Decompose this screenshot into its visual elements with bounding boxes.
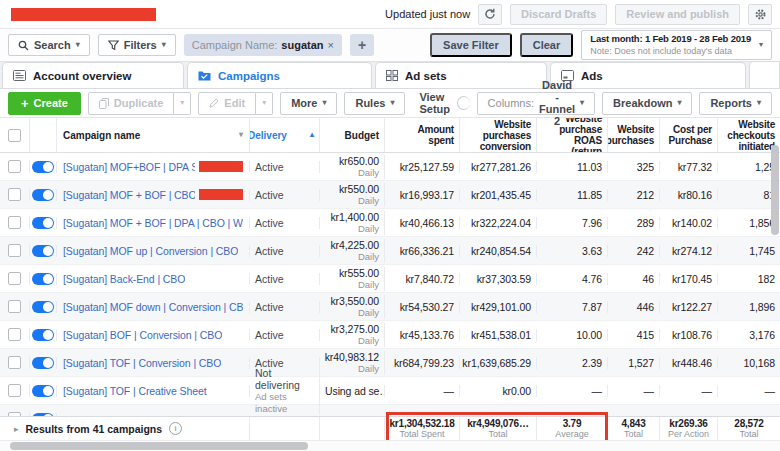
campaign-toggle[interactable] bbox=[32, 245, 54, 257]
duplicate-button[interactable]: Duplicate bbox=[88, 92, 175, 115]
budget-cell: kr550.00 Daily bbox=[320, 183, 385, 207]
create-label: Create bbox=[34, 97, 68, 109]
campaign-name-link[interactable]: [Sugatan] MOF + BOF | CBO | DPA UGC | bbox=[63, 189, 195, 201]
campaign-name-cell: [Sugatan] MOF up | Conversion | CBO bbox=[57, 245, 250, 257]
columns-dropdown[interactable]: Columns: David - Funnel 2 ▾ bbox=[477, 92, 596, 115]
tab-partial[interactable] bbox=[749, 61, 780, 88]
sort-caret-icon[interactable]: ▴ bbox=[310, 131, 314, 139]
settings-button[interactable] bbox=[748, 4, 772, 25]
select-all-checkbox[interactable] bbox=[8, 129, 21, 142]
campaign-name-link[interactable]: [Sugatan] Back-End | CBO bbox=[63, 273, 185, 285]
more-dropdown[interactable]: More ▾ bbox=[280, 92, 337, 115]
summary-value: 28,572 bbox=[734, 418, 763, 429]
budget-value: Using ad se… bbox=[325, 385, 385, 397]
duplicate-menu-button[interactable]: ▾ bbox=[174, 92, 191, 115]
row-checkbox[interactable] bbox=[8, 384, 21, 397]
header-website-purchases[interactable]: Website purchases bbox=[608, 118, 660, 152]
table-row: [Sugatan] MOF up | Conversion | CBO Acti… bbox=[0, 237, 780, 265]
vertical-scrollbar[interactable] bbox=[771, 145, 779, 235]
results-summary[interactable]: ▸ Results from 41 campaigns i bbox=[0, 417, 250, 440]
campaign-toggle[interactable] bbox=[32, 189, 54, 201]
filters-dropdown[interactable]: Filters ▾ bbox=[98, 34, 176, 56]
purchases-conversion-cell: kr1,639,685.29 bbox=[460, 357, 537, 369]
tab-label: Ads bbox=[581, 70, 603, 82]
view-setup-toggle[interactable] bbox=[457, 96, 470, 110]
header-purchases-conversion[interactable]: Website purchases conversion bbox=[460, 118, 537, 152]
row-checkbox[interactable] bbox=[8, 216, 21, 229]
column-label: Cost per Purchase bbox=[669, 124, 712, 146]
campaign-toggle[interactable] bbox=[32, 217, 54, 229]
row-checkbox-cell bbox=[0, 216, 30, 229]
delivery-status: Active bbox=[255, 217, 284, 229]
header-amount-spent[interactable]: Amount spent bbox=[385, 118, 460, 152]
row-checkbox-cell bbox=[0, 328, 30, 341]
tab-account-overview[interactable]: Account overview bbox=[2, 62, 184, 88]
reports-dropdown[interactable]: Reports ▾ bbox=[699, 92, 772, 115]
budget-cell: kr555.00 Daily bbox=[320, 267, 385, 291]
edit-menu-button[interactable]: ▾ bbox=[256, 92, 273, 115]
campaign-name-link[interactable]: [Sugatan] BOF | Conversion | CBO bbox=[63, 329, 222, 341]
campaign-name-link[interactable]: [Sugatan] TOF | Creative Sheet bbox=[63, 385, 207, 397]
budget-cell: kr4,225.00 Daily bbox=[320, 239, 385, 263]
campaign-toggle[interactable] bbox=[32, 161, 54, 173]
horizontal-scrollbar[interactable] bbox=[10, 442, 308, 450]
sort-caret-icon[interactable]: ▾ bbox=[239, 131, 243, 139]
campaign-toggle[interactable] bbox=[32, 385, 54, 397]
header-purchase-roas[interactable]: Website purchase ROAS (return bbox=[537, 118, 608, 152]
campaign-name-link[interactable]: [Sugatan] TOF | Conversion | CBO bbox=[63, 357, 221, 369]
campaign-toggle[interactable] bbox=[32, 273, 54, 285]
header-toggle-cell bbox=[30, 118, 57, 152]
campaign-name-link[interactable]: [Sugatan] MOF up | Conversion | CBO bbox=[63, 245, 238, 257]
campaign-name-link[interactable]: [Sugatan] MOF+BOF | DPA Studio | CBO | bbox=[63, 161, 195, 173]
chevron-down-icon: ▾ bbox=[580, 99, 584, 107]
budget-type: Daily bbox=[358, 363, 379, 375]
budget-cell: kr3,275.00 Daily bbox=[320, 323, 385, 347]
tab-campaigns[interactable]: Campaigns bbox=[187, 62, 372, 88]
row-checkbox[interactable] bbox=[8, 300, 21, 313]
edit-button[interactable]: Edit bbox=[198, 92, 256, 115]
breakdown-dropdown[interactable]: Breakdown ▾ bbox=[602, 92, 692, 115]
top-bar: Updated just now Discard Drafts Review a… bbox=[0, 0, 780, 29]
header-campaign-name[interactable]: Campaign name ▾ bbox=[57, 118, 250, 152]
filter-chip[interactable]: Campaign Name: sugatan × bbox=[184, 34, 342, 56]
column-label: Budget bbox=[345, 130, 379, 141]
row-checkbox[interactable] bbox=[8, 328, 21, 341]
delivery-cell: Active bbox=[250, 161, 320, 173]
review-publish-button[interactable]: Review and publish bbox=[615, 4, 740, 25]
create-button[interactable]: + Create bbox=[8, 92, 81, 115]
clear-filter-button[interactable]: Clear bbox=[520, 33, 574, 57]
header-cost-per-purchase[interactable]: Cost per Purchase bbox=[660, 118, 718, 152]
header-delivery[interactable]: Delivery ▴ bbox=[250, 118, 320, 152]
info-icon[interactable]: i bbox=[169, 422, 182, 435]
search-dropdown[interactable]: Search ▾ bbox=[8, 34, 90, 56]
save-filter-button[interactable]: Save Filter bbox=[430, 33, 512, 57]
discard-drafts-button[interactable]: Discard Drafts bbox=[510, 4, 607, 25]
row-checkbox[interactable] bbox=[8, 188, 21, 201]
campaign-toggle[interactable] bbox=[32, 301, 54, 313]
rules-dropdown[interactable]: Rules ▾ bbox=[344, 92, 405, 115]
chevron-down-icon: ▾ bbox=[180, 99, 184, 107]
add-filter-button[interactable]: + bbox=[350, 34, 374, 56]
header-budget[interactable]: Budget bbox=[320, 118, 385, 152]
tab-ad-sets[interactable]: Ad sets bbox=[375, 62, 547, 88]
refresh-button[interactable] bbox=[478, 4, 502, 25]
tab-label: Account overview bbox=[33, 70, 131, 82]
close-icon[interactable]: × bbox=[328, 39, 334, 51]
campaign-name-link[interactable]: [Sugatan] MOF + BOF | DPA | CBO | Worldw… bbox=[63, 217, 243, 229]
row-checkbox[interactable] bbox=[8, 272, 21, 285]
date-range-selector[interactable]: Last month: 1 Feb 2019 - 28 Feb 2019 Not… bbox=[581, 30, 772, 60]
row-checkbox[interactable] bbox=[8, 244, 21, 257]
campaign-name-link[interactable]: [Sugatan] MOF down | Conversion | CBO bbox=[63, 301, 243, 313]
expand-arrow-icon[interactable]: ▸ bbox=[14, 424, 19, 434]
tab-ads[interactable]: Ads bbox=[550, 62, 746, 88]
campaign-name-cell: [Sugatan] MOF + BOF | CBO | DPA UGC | bbox=[57, 189, 250, 201]
campaign-toggle[interactable] bbox=[32, 357, 54, 369]
row-checkbox[interactable] bbox=[8, 160, 21, 173]
summary-budget-cell bbox=[320, 417, 385, 440]
purchases-conversion-cell: kr0.00 bbox=[460, 385, 537, 397]
campaign-toggle[interactable] bbox=[32, 329, 54, 341]
website-purchases-cell: 212 bbox=[608, 189, 660, 201]
edit-label: Edit bbox=[224, 97, 245, 109]
table-body: [Sugatan] MOF+BOF | DPA Studio | CBO | A… bbox=[0, 153, 780, 433]
row-checkbox[interactable] bbox=[8, 356, 21, 369]
